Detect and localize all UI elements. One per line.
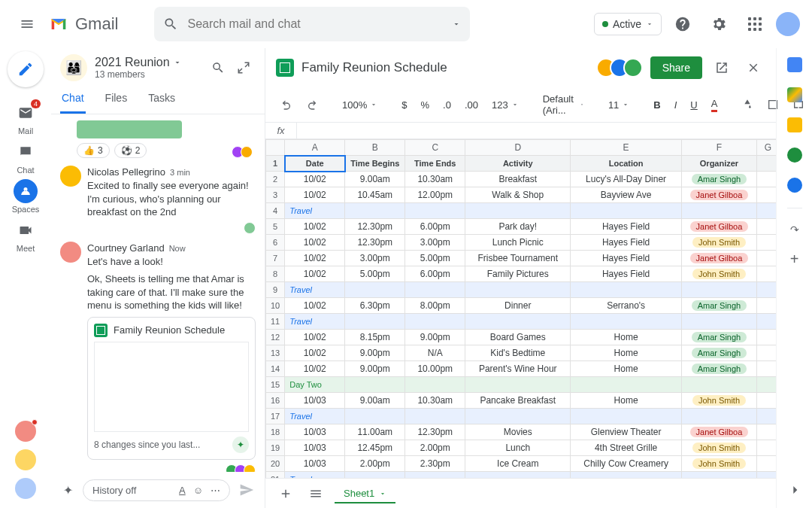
all-sheets-button[interactable] [304,484,327,503]
search-box[interactable] [154,7,470,41]
undo-button[interactable] [276,96,297,114]
chevron-down-icon[interactable] [173,58,182,67]
calendar-icon[interactable] [787,57,802,72]
account-avatar[interactable] [776,12,800,36]
pinned-chat-2[interactable] [15,449,36,470]
open-external-button[interactable] [710,56,734,80]
msg-time: Now [169,244,186,253]
keep-icon[interactable] [787,117,802,132]
increase-decimal-button[interactable]: .00 [460,96,483,114]
msg-text: Excited to finally see everyone again! I… [87,179,256,219]
send-button[interactable] [235,478,259,502]
italic-button[interactable]: I [670,96,682,114]
msg-text: Let's have a look! [87,255,256,269]
bold-button[interactable]: B [649,96,665,114]
zoom-dropdown[interactable]: 100% [338,96,382,114]
sheet-attachment-card[interactable]: Family Reunion Schedule 8 changes since … [87,317,256,460]
percent-button[interactable]: % [416,96,434,114]
compose-button[interactable] [8,51,44,87]
status-dot-icon [602,21,608,27]
chat-icon [18,144,33,160]
space-avatar: 👨‍👩‍👧 [60,54,87,81]
fill-color-button[interactable] [737,96,758,114]
addon-button[interactable]: ↷ [790,224,799,236]
collaborator-avatars[interactable] [602,58,643,78]
formula-bar[interactable] [297,123,776,138]
more-icon[interactable]: ⋯ [211,485,220,496]
status-text: Active [613,18,641,30]
gmail-logo: Gmail [48,14,118,35]
fontsize-dropdown[interactable]: 11 [604,96,634,114]
currency-button[interactable]: $ [397,96,411,114]
image-attachment[interactable] [77,120,182,138]
decrease-decimal-button[interactable]: .0 [438,96,456,114]
format-icon[interactable]: A [179,485,186,496]
pinned-chat-3[interactable] [15,478,36,499]
history-off-label: History off [92,485,136,496]
tab-chat[interactable]: Chat [60,84,86,114]
reaction-soccer[interactable]: ⚽2 [114,143,147,158]
side-panel-rail: ↷ + [776,48,812,508]
attachment-title: Family Reunion Schedule [114,324,225,336]
get-addons-button[interactable]: + [790,251,799,268]
search-input[interactable] [187,17,443,31]
reaction-thumbsup[interactable]: 👍3 [77,143,110,158]
main-menu-button[interactable] [12,9,42,39]
chevron-down-icon [646,20,653,28]
spaces-icon [18,184,33,199]
avatar [60,166,81,187]
search-in-space-button[interactable] [206,56,230,80]
nav-chat[interactable]: Chat [5,140,47,175]
hide-panel-button[interactable] [787,482,802,497]
share-button[interactable]: Share [650,56,702,79]
apps-button[interactable] [740,9,770,39]
changes-text: 8 changes since you last... [94,440,200,450]
reactions: 👍3 ⚽2 [77,143,147,158]
add-sheet-button[interactable] [274,484,297,503]
sheet-thumbnail [94,342,249,432]
status-button[interactable]: Active [594,13,662,35]
settings-button[interactable] [704,9,734,39]
tasks-icon[interactable] [787,148,802,163]
message-input[interactable]: History off A ☺ ⋯ [83,479,230,501]
search-options-icon[interactable] [452,20,461,29]
drive-icon[interactable] [787,87,802,102]
redo-button[interactable] [301,96,323,114]
spreadsheet-grid[interactable]: ABCDEFG1DateTime BeginsTime EndsActivity… [265,139,776,478]
collapse-button[interactable] [232,56,256,80]
product-name: Gmail [75,14,118,34]
tab-files[interactable]: Files [104,84,129,114]
contacts-icon[interactable] [787,178,802,193]
space-members: 13 members [95,69,182,80]
sheets-toolbar: 100% $ % .0 .00 123 Default (Ari... 11 B… [265,87,776,123]
pencil-icon [17,61,34,78]
mail-badge: 4 [31,99,41,108]
nav-spaces[interactable]: Spaces [5,179,47,214]
sparkle-icon: ✦ [232,437,249,453]
font-dropdown[interactable]: Default (Ari... [538,90,589,119]
sender-name: Courtney Garland [87,242,165,254]
msg-text: Ok, Sheets is telling me that Amar is ta… [87,272,256,312]
tab-tasks[interactable]: Tasks [147,84,177,114]
avatar [60,242,81,263]
mail-icon [18,105,33,120]
sender-name: Nicolas Pellegrino [87,166,165,178]
sheets-icon [94,324,108,337]
nav-meet[interactable]: Meet [5,218,47,253]
sheets-icon [276,59,294,77]
emoji-icon[interactable]: ☺ [193,485,203,496]
help-button[interactable] [668,9,698,39]
nav-mail[interactable]: 4 Mail [5,101,47,135]
left-nav-rail: 4 Mail Chat Spaces Meet [0,48,51,508]
smart-compose-button[interactable]: ✦ [57,479,78,500]
text-color-button[interactable]: A [707,95,723,115]
space-title: 2021 Reunion [95,56,170,69]
number-format-dropdown[interactable]: 123 [487,96,523,114]
search-icon [163,17,178,32]
close-button[interactable] [741,56,765,80]
underline-button[interactable]: U [686,96,701,114]
document-title[interactable]: Family Reunion Schedule [301,60,595,75]
pinned-chat-1[interactable] [15,421,36,442]
msg-time: 3 min [170,168,190,177]
sheet-tab[interactable]: Sheet1 [335,483,395,503]
